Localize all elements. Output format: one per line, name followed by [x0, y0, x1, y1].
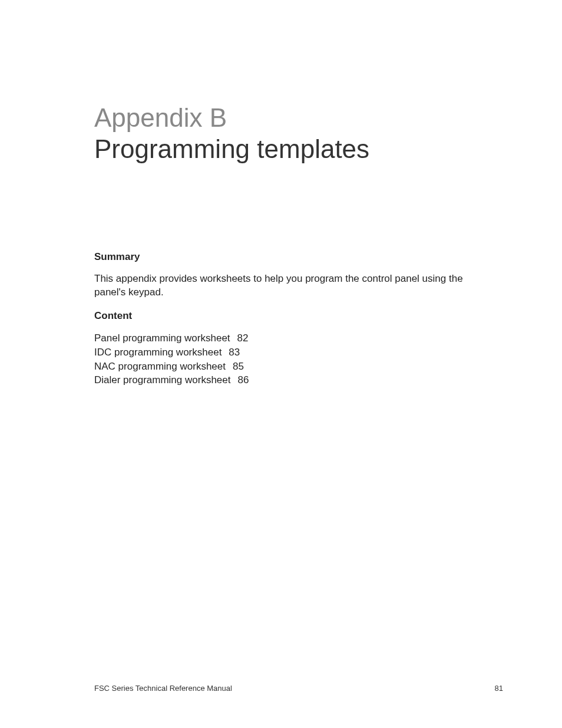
- summary-text: This appendix provides worksheets to hel…: [94, 272, 468, 299]
- page-footer: FSC Series Technical Reference Manual 81: [94, 684, 503, 693]
- summary-heading: Summary: [94, 251, 468, 263]
- footer-page-number: 81: [495, 684, 503, 693]
- content-item-page: 86: [237, 374, 249, 386]
- appendix-label: Appendix B: [94, 103, 468, 133]
- content-item: NAC programming worksheet85: [94, 360, 468, 374]
- content-item-page: 83: [229, 347, 240, 358]
- content-item-label: Panel programming worksheet: [94, 332, 230, 344]
- content-item-page: 85: [233, 361, 244, 372]
- content-heading: Content: [94, 310, 468, 322]
- content-item: IDC programming worksheet83: [94, 345, 468, 360]
- content-item-label: Dialer programming worksheet: [94, 374, 230, 386]
- content-list: Panel programming worksheet82 IDC progra…: [94, 331, 468, 387]
- content-item-page: 82: [237, 332, 249, 344]
- content-item-label: NAC programming worksheet: [94, 361, 226, 372]
- content-item: Dialer programming worksheet86: [94, 373, 468, 387]
- content-item: Panel programming worksheet82: [94, 331, 468, 345]
- footer-doc-title: FSC Series Technical Reference Manual: [94, 684, 232, 693]
- content-item-label: IDC programming worksheet: [94, 347, 222, 358]
- appendix-title: Programming templates: [94, 134, 468, 164]
